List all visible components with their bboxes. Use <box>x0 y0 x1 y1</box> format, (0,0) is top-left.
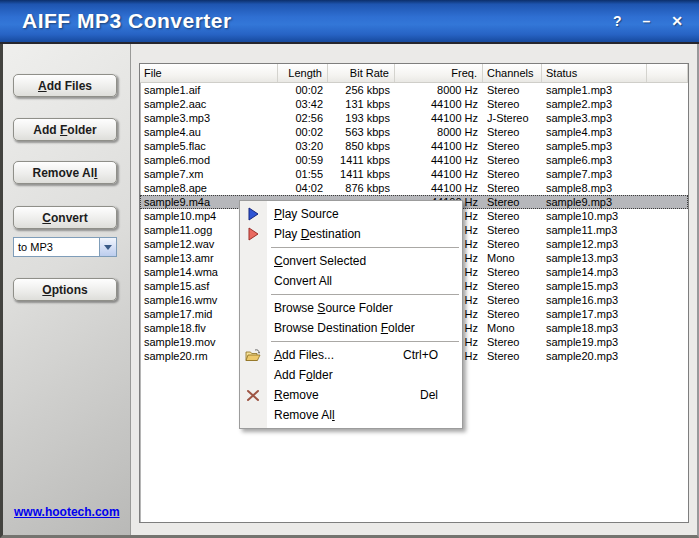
cell-file: sample8.ape <box>140 181 278 195</box>
cell-length: 04:02 <box>278 181 328 195</box>
cell-filler <box>647 195 688 209</box>
cell-file: sample2.aac <box>140 97 278 111</box>
cell-bitrate: 256 kbps <box>328 83 395 97</box>
cell-bitrate: 850 kbps <box>328 139 395 153</box>
remove-all-button[interactable]: Remove All <box>13 161 117 184</box>
cell-filler <box>647 335 688 349</box>
table-row[interactable]: sample4.au00:02563 kbps8000 HzStereosamp… <box>140 125 688 139</box>
cell-file: sample4.au <box>140 125 278 139</box>
menu-item-remove[interactable]: RemoveDel <box>240 385 462 405</box>
column-header-filler <box>647 64 688 82</box>
cell-channels: Stereo <box>483 139 542 153</box>
cell-filler <box>647 125 688 139</box>
table-row[interactable]: sample6.mod00:591411 kbps44100 HzStereos… <box>140 153 688 167</box>
cell-filler <box>647 349 688 363</box>
menu-item-add-files[interactable]: Add Files...Ctrl+O <box>240 345 462 365</box>
column-header-length[interactable]: Length <box>278 64 328 82</box>
cell-freq: 44100 Hz <box>395 139 483 153</box>
cell-freq: 44100 Hz <box>395 181 483 195</box>
menu-item-play-source[interactable]: Play Source <box>240 204 462 224</box>
table-row[interactable]: sample1.aif00:02256 kbps8000 HzStereosam… <box>140 83 688 97</box>
add-folder-button[interactable]: Add Folder <box>13 118 117 141</box>
close-icon[interactable]: ✕ <box>671 14 683 28</box>
menu-item-play-destination[interactable]: Play Destination <box>240 224 462 244</box>
chevron-down-icon[interactable] <box>99 238 116 256</box>
cell-channels: Stereo <box>483 97 542 111</box>
cell-file: sample6.mod <box>140 153 278 167</box>
cell-bitrate: 193 kbps <box>328 111 395 125</box>
add-files-icon <box>245 347 261 363</box>
column-header-channels[interactable]: Channels <box>483 64 542 82</box>
table-row[interactable]: sample2.aac03:42131 kbps44100 HzStereosa… <box>140 97 688 111</box>
cell-freq: 44100 Hz <box>395 97 483 111</box>
window-title: AIFF MP3 Converter <box>22 9 232 33</box>
cell-channels: Stereo <box>483 349 542 363</box>
cell-length: 00:59 <box>278 153 328 167</box>
table-row[interactable]: sample8.ape04:02876 kbps44100 HzStereosa… <box>140 181 688 195</box>
menu-separator <box>240 338 462 345</box>
cell-filler <box>647 237 688 251</box>
output-format-select[interactable]: to MP3 <box>13 237 117 257</box>
menu-item-label: Play Source <box>274 207 339 221</box>
cell-filler <box>647 265 688 279</box>
website-link[interactable]: www.hootech.com <box>14 505 120 519</box>
cell-channels: Stereo <box>483 335 542 349</box>
cell-filler <box>647 251 688 265</box>
cell-status: sample11.mp3 <box>542 223 647 237</box>
menu-item-shortcut: Del <box>420 388 438 402</box>
cell-filler <box>647 181 688 195</box>
cell-filler <box>647 153 688 167</box>
cell-freq: 44100 Hz <box>395 111 483 125</box>
cell-status: sample6.mp3 <box>542 153 647 167</box>
cell-filler <box>647 111 688 125</box>
menu-item-label: Play Destination <box>274 227 361 241</box>
play-destination-icon <box>245 226 261 242</box>
options-button[interactable]: Options <box>13 278 117 301</box>
table-row[interactable]: sample7.xm01:551411 kbps44100 HzStereosa… <box>140 167 688 181</box>
cell-file: sample3.mp3 <box>140 111 278 125</box>
cell-status: sample9.mp3 <box>542 195 647 209</box>
menu-item-add-folder[interactable]: Add Folder <box>240 365 462 385</box>
table-row[interactable]: sample3.mp302:56193 kbps44100 HzJ-Stereo… <box>140 111 688 125</box>
menu-item-label: Add Folder <box>274 368 333 382</box>
cell-channels: Stereo <box>483 167 542 181</box>
table-row[interactable]: sample5.flac03:20850 kbps44100 HzStereos… <box>140 139 688 153</box>
cell-filler <box>647 321 688 335</box>
menu-item-label: Convert Selected <box>274 254 366 268</box>
cell-filler <box>647 223 688 237</box>
cell-length: 00:02 <box>278 125 328 139</box>
cell-channels: Stereo <box>483 125 542 139</box>
cell-filler <box>647 97 688 111</box>
cell-length: 00:02 <box>278 83 328 97</box>
cell-status: sample17.mp3 <box>542 307 647 321</box>
add-files-button[interactable]: Add Files <box>13 74 117 97</box>
cell-status: sample4.mp3 <box>542 125 647 139</box>
cell-channels: Stereo <box>483 181 542 195</box>
column-header-file[interactable]: File <box>140 64 278 82</box>
cell-filler <box>647 167 688 181</box>
column-header-status[interactable]: Status <box>542 64 647 82</box>
cell-status: sample2.mp3 <box>542 97 647 111</box>
menu-item-browse-source-folder[interactable]: Browse Source Folder <box>240 298 462 318</box>
cell-channels: Stereo <box>483 293 542 307</box>
cell-channels: Stereo <box>483 307 542 321</box>
menu-item-remove-all[interactable]: Remove All <box>240 405 462 425</box>
help-icon[interactable]: ? <box>613 14 622 28</box>
cell-channels: Stereo <box>483 153 542 167</box>
convert-button[interactable]: Convert <box>13 206 117 229</box>
menu-item-convert-all[interactable]: Convert All <box>240 271 462 291</box>
menu-item-browse-destination-folder[interactable]: Browse Destination Folder <box>240 318 462 338</box>
column-header-bit-rate[interactable]: Bit Rate <box>328 64 395 82</box>
menu-item-convert-selected[interactable]: Convert Selected <box>240 251 462 271</box>
minimize-icon[interactable]: – <box>642 14 650 28</box>
sidebar: www.hootech.com Add FilesAdd FolderRemov… <box>3 44 131 535</box>
cell-bitrate: 563 kbps <box>328 125 395 139</box>
cell-filler <box>647 279 688 293</box>
cell-channels: Stereo <box>483 237 542 251</box>
menu-item-label: Convert All <box>274 274 332 288</box>
cell-status: sample5.mp3 <box>542 139 647 153</box>
column-header-freq[interactable]: Freq. <box>395 64 483 82</box>
remove-icon <box>245 387 261 403</box>
cell-filler <box>647 307 688 321</box>
cell-bitrate: 876 kbps <box>328 181 395 195</box>
